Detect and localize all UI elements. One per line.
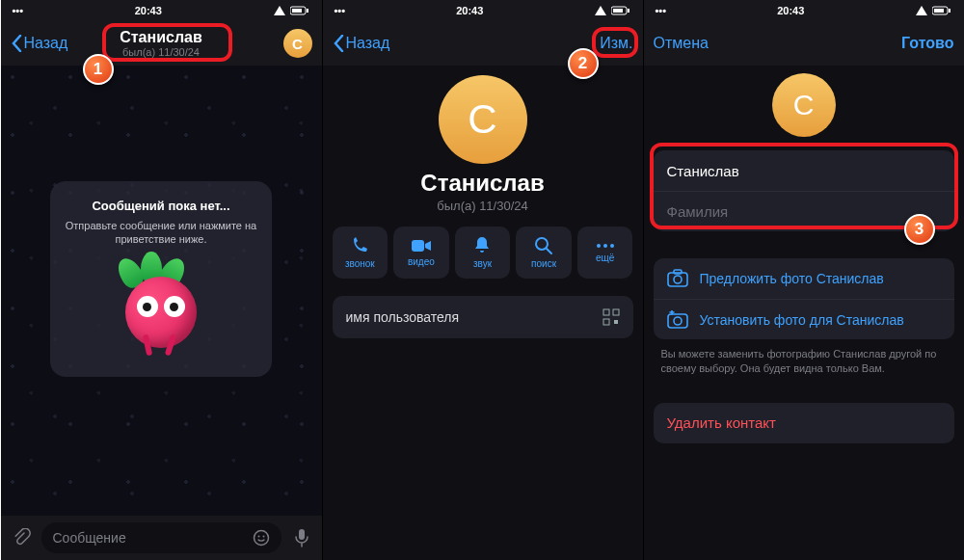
status-right	[273, 6, 309, 15]
svg-point-26	[674, 317, 682, 325]
location-icon	[594, 6, 607, 15]
back-label: Назад	[346, 35, 390, 52]
status-bar: ••• 20:43	[323, 0, 643, 21]
status-left: •••	[335, 5, 346, 16]
mic-icon	[293, 528, 310, 547]
status-bar: ••• 20:43	[644, 0, 964, 21]
status-left: •••	[13, 5, 24, 16]
chat-title-block[interactable]: Станислав был(а) 11/30/24	[120, 29, 202, 58]
empty-title: Сообщений пока нет...	[64, 198, 258, 212]
last-name-input[interactable]: Фамилия	[654, 191, 954, 231]
camera-plus-icon	[667, 310, 688, 330]
screen-chat: ••• 20:43 Назад Станислав был(а) 11/30/2…	[1, 0, 322, 560]
bell-icon	[473, 236, 491, 255]
svg-rect-9	[628, 9, 629, 13]
svg-point-3	[254, 531, 268, 546]
suggest-photo-label: Предложить фото Станислав	[700, 271, 884, 286]
location-icon	[273, 6, 286, 15]
battery-icon	[290, 6, 309, 15]
profile-body: C Станислав был(а) 11/30/24 звонок видео…	[323, 66, 643, 338]
chevron-left-icon	[333, 35, 344, 52]
location-icon	[915, 6, 928, 15]
chat-body: Сообщений пока нет... Отправьте сообщени…	[1, 66, 322, 516]
action-mute-label: звук	[473, 258, 492, 269]
edit-avatar[interactable]: C	[772, 73, 836, 137]
status-time: 20:43	[777, 5, 804, 16]
action-video-label: видео	[408, 256, 435, 267]
status-time: 20:43	[456, 5, 483, 16]
back-button[interactable]: Назад	[333, 35, 390, 52]
camera-icon	[667, 269, 688, 288]
chevron-left-icon	[11, 35, 22, 52]
suggest-photo-row[interactable]: Предложить фото Станислав	[654, 258, 954, 299]
username-row[interactable]: имя пользователя	[333, 296, 633, 338]
status-left: •••	[656, 5, 667, 16]
done-button[interactable]: Готово	[901, 35, 953, 52]
cancel-button[interactable]: Отмена	[654, 35, 709, 52]
status-bar: ••• 20:43	[1, 0, 322, 21]
back-label: Назад	[24, 35, 68, 52]
svg-rect-20	[934, 9, 944, 13]
action-mute[interactable]: звук	[455, 227, 511, 279]
svg-rect-6	[299, 529, 305, 540]
profile-actions: звонок видео звук поиск ещё	[323, 213, 643, 286]
chat-title-name: Станислав	[120, 29, 202, 46]
sticker-icon[interactable]	[253, 529, 270, 547]
empty-body: Отправьте сообщение или нажмите на приве…	[64, 218, 258, 246]
video-icon	[411, 238, 432, 253]
empty-state-card: Сообщений пока нет... Отправьте сообщени…	[50, 180, 272, 377]
phone-icon	[350, 236, 369, 255]
profile-nav: Назад Изм.	[323, 21, 643, 66]
action-search[interactable]: поиск	[516, 227, 572, 279]
status-right	[594, 6, 630, 15]
status-right	[915, 6, 951, 15]
screen-edit: ••• 20:43 Отмена Готово C Станислав Фами…	[643, 0, 964, 560]
message-input-bar: Сообщение	[1, 516, 322, 560]
profile-avatar[interactable]: C	[439, 75, 527, 164]
action-search-label: поиск	[531, 258, 556, 269]
profile-sub: был(а) 11/30/24	[323, 199, 643, 213]
delete-contact-row[interactable]: Удалить контакт	[654, 403, 954, 443]
svg-rect-21	[949, 9, 951, 13]
edit-nav: Отмена Готово	[644, 21, 964, 66]
attach-button[interactable]	[9, 525, 34, 550]
message-input[interactable]: Сообщение	[41, 522, 281, 553]
svg-point-12	[597, 244, 601, 248]
action-more-label: ещё	[596, 253, 614, 263]
set-photo-row[interactable]: Установить фото для Станислав	[654, 299, 954, 339]
chat-nav: Назад Станислав был(а) 11/30/24 C	[1, 21, 322, 66]
chat-avatar[interactable]: C	[283, 29, 312, 58]
more-icon	[595, 242, 616, 250]
svg-rect-1	[292, 9, 302, 13]
battery-icon	[932, 6, 951, 15]
screen-profile: ••• 20:43 Назад Изм. C Станислав был(а) …	[322, 0, 643, 560]
action-video[interactable]: видео	[393, 227, 449, 279]
paperclip-icon	[12, 528, 31, 547]
profile-name: Станислав	[323, 170, 643, 197]
action-more[interactable]: ещё	[577, 227, 633, 279]
delete-contact-label: Удалить контакт	[667, 414, 776, 431]
svg-rect-10	[412, 240, 424, 252]
qr-icon	[602, 308, 620, 326]
first-name-input[interactable]: Станислав	[654, 150, 954, 191]
svg-rect-24	[674, 270, 682, 274]
svg-rect-16	[613, 309, 619, 315]
back-button[interactable]: Назад	[11, 35, 68, 52]
svg-point-4	[257, 536, 259, 538]
svg-rect-25	[668, 314, 687, 328]
svg-point-13	[603, 244, 607, 248]
svg-rect-17	[603, 319, 609, 325]
greeting-sticker[interactable]	[118, 259, 204, 356]
action-call-label: звонок	[345, 258, 375, 269]
edit-button[interactable]: Изм.	[600, 35, 632, 52]
battery-icon	[611, 6, 630, 15]
svg-point-5	[262, 536, 264, 538]
chat-title-sub: был(а) 11/30/24	[120, 46, 202, 58]
svg-rect-18	[614, 320, 618, 324]
svg-rect-22	[668, 273, 687, 286]
voice-button[interactable]	[289, 525, 314, 550]
photo-help-text: Вы можете заменить фотографию Станислав …	[661, 347, 947, 376]
svg-rect-2	[307, 9, 308, 13]
status-time: 20:43	[135, 5, 162, 16]
action-call[interactable]: звонок	[333, 227, 388, 279]
